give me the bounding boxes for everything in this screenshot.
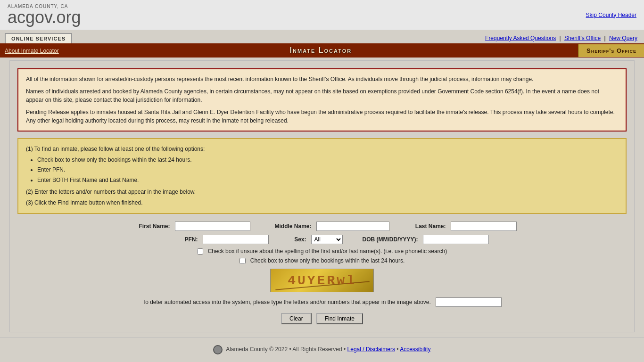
instructions-step3: (3) Click the Find Inmate button when fi… (26, 198, 618, 207)
instructions-bullet3: Enter BOTH First Name and Last Name. (37, 176, 618, 185)
instructions-step2: (2) Enter the letters and/or numbers tha… (26, 188, 618, 197)
nav-bar: ONLINE SERVICES Frequently Asked Questio… (0, 30, 644, 43)
form-area: First Name: Middle Name: Last Name: PFN:… (17, 222, 627, 324)
button-row: Clear Find Inmate (22, 313, 622, 324)
pfn-label: PFN: (156, 236, 198, 243)
warning-p3: Pending Release applies to inmates house… (26, 108, 618, 125)
warning-box: All of the information shown for arreste… (17, 68, 627, 132)
captcha-instruction: To deter automated access into the syste… (142, 299, 431, 305)
last-name-input[interactable] (451, 222, 517, 231)
county-logo-text: acgov.org (8, 9, 81, 26)
last24-checkbox-label[interactable]: Check box to show only the bookings with… (250, 257, 405, 264)
last24-checkbox[interactable] (239, 258, 246, 264)
last-name-label: Last Name: (404, 223, 446, 230)
captcha-image: 4UYERwl (270, 269, 374, 292)
accessibility-link[interactable]: Accessibility (400, 346, 430, 353)
sex-label: Sex: (283, 236, 306, 243)
phonetic-checkbox[interactable] (197, 248, 203, 255)
nav-links: Frequently Asked Questions | Sheriff's O… (483, 35, 639, 43)
footer: Alameda County © 2022 • All Rights Reser… (0, 337, 644, 360)
sex-select[interactable]: All Male Female (311, 235, 343, 244)
last24-checkbox-row: Check box to show only the bookings with… (22, 257, 622, 264)
page-container: ALAMEDA COUNTY, CA acgov.org Skip County… (0, 0, 644, 360)
nav-separator: | (559, 35, 561, 41)
sheriffs-office-tab: Sheriff's Office (578, 44, 644, 57)
dob-input[interactable] (423, 235, 489, 244)
footer-icon (213, 345, 223, 354)
dob-label: DOB (MM/DD/YYYY): (357, 236, 418, 243)
about-inmate-locator-link[interactable]: About Inmate Locator (5, 48, 59, 54)
instructions-bullets: Check box to show only the bookings with… (37, 156, 618, 185)
warning-p1: All of the information shown for arreste… (26, 75, 618, 83)
legal-disclaimers-link[interactable]: Legal / Disclaimers (347, 346, 395, 353)
phonetic-checkbox-label[interactable]: Check box if unsure about the spelling o… (208, 248, 447, 255)
online-services-tab: ONLINE SERVICES (5, 33, 72, 43)
title-bar: About Inmate Locator Inmate Locator Sher… (0, 43, 644, 58)
captcha-text: 4UYERwl (288, 273, 356, 288)
name-row: First Name: Middle Name: Last Name: (22, 222, 622, 231)
find-inmate-button[interactable]: Find Inmate (316, 313, 363, 324)
nav-separator2: | (604, 35, 607, 41)
phonetic-checkbox-row: Check box if unsure about the spelling o… (22, 248, 622, 255)
pfn-input[interactable] (203, 235, 269, 244)
skip-county-header-link[interactable]: Skip County Header (586, 12, 636, 18)
county-logo: ALAMEDA COUNTY, CA acgov.org (8, 4, 81, 26)
faq-link[interactable]: Frequently Asked Questions (485, 35, 556, 41)
county-header: ALAMEDA COUNTY, CA acgov.org Skip County… (0, 0, 644, 30)
content-box: All of the information shown for arreste… (9, 60, 635, 332)
captcha-input[interactable] (436, 297, 502, 307)
warning-p2: Names of individuals arrested and booked… (26, 87, 618, 104)
first-name-input[interactable] (175, 222, 250, 231)
instructions-box: (1) To find an inmate, please follow at … (17, 138, 627, 214)
middle-name-input[interactable] (316, 222, 389, 231)
logo-ac: acgov (8, 8, 51, 27)
sheriffs-office-link[interactable]: Sheriff's Office (564, 35, 601, 41)
instructions-step1: (1) To find an inmate, please follow at … (26, 145, 618, 154)
middle-name-label: Middle Name: (264, 223, 312, 230)
instructions-bullet1: Check box to show only the bookings with… (37, 156, 618, 165)
clear-button[interactable]: Clear (281, 313, 312, 324)
instructions-bullet2: Enter PFN. (37, 165, 618, 174)
pfn-row: PFN: Sex: All Male Female DOB (MM/DD/YYY… (22, 235, 622, 244)
footer-copyright: Alameda County © 2022 • All Rights Reser… (226, 346, 346, 353)
captcha-area: 4UYERwl To deter automated access into t… (22, 269, 622, 308)
logo-org: .org (51, 8, 81, 27)
inmate-locator-title: Inmate Locator (64, 43, 578, 58)
about-link-bar: About Inmate Locator (0, 47, 64, 54)
first-name-label: First Name: (128, 223, 170, 230)
new-query-link[interactable]: New Query (609, 35, 637, 41)
